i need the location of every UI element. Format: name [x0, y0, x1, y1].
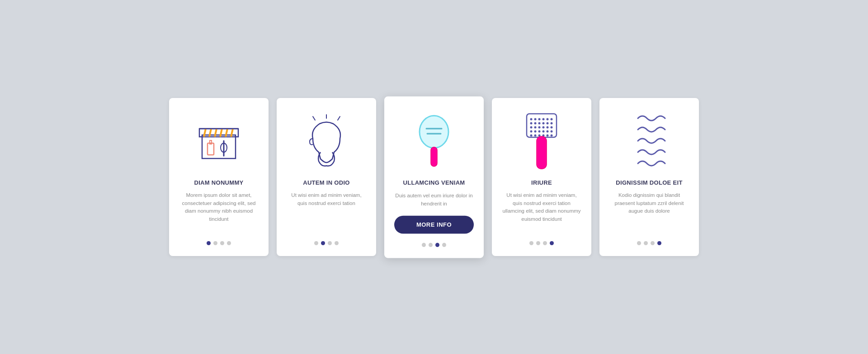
svg-point-36: [538, 126, 541, 128]
card-text-1: Morem ipsum dolor sit amet, consectetuer…: [179, 191, 259, 233]
svg-rect-21: [527, 114, 557, 137]
svg-point-27: [551, 118, 553, 120]
svg-point-25: [542, 118, 545, 120]
svg-point-39: [551, 126, 553, 128]
svg-point-22: [530, 118, 533, 120]
card-2: AUTEM IN ODIOUt wisi enim ad minim venia…: [277, 98, 376, 256]
svg-line-7: [231, 129, 233, 137]
svg-point-45: [551, 130, 553, 132]
svg-line-4: [215, 129, 217, 137]
svg-point-41: [534, 130, 537, 132]
dots-5: [637, 241, 661, 245]
dot-4[interactable]: [335, 241, 339, 245]
dot-2[interactable]: [429, 242, 433, 247]
svg-point-44: [547, 130, 549, 132]
dot-4[interactable]: [657, 241, 661, 245]
card-text-4: Ut wisi enim ad minim veniam, quis nostr…: [502, 191, 581, 233]
svg-point-34: [530, 126, 533, 128]
dot-2[interactable]: [213, 241, 217, 245]
hair-brush-icon: [521, 112, 562, 170]
cards-container: DIAM NONUMMYMorem ipsum dolor sit amet, …: [169, 98, 699, 256]
card-3: ULLAMCING VENIAMDuis autem vel eum iriur…: [384, 96, 484, 258]
card-title-5: DIGNISSIM DOLOE EIT: [616, 179, 682, 186]
svg-point-46: [530, 134, 533, 136]
svg-line-6: [226, 129, 227, 137]
dot-1[interactable]: [529, 241, 533, 245]
more-info-button[interactable]: MORE INFO: [394, 215, 474, 233]
dot-2[interactable]: [644, 241, 648, 245]
dot-2[interactable]: [536, 241, 540, 245]
card-title-1: DIAM NONUMMY: [194, 179, 243, 186]
svg-point-50: [547, 134, 549, 136]
svg-line-15: [338, 116, 340, 120]
dot-4[interactable]: [227, 241, 231, 245]
dots-4: [529, 241, 554, 245]
dot-2[interactable]: [321, 241, 325, 245]
dot-4[interactable]: [550, 241, 554, 245]
dot-3[interactable]: [328, 241, 332, 245]
svg-line-13: [313, 116, 315, 120]
svg-point-24: [538, 118, 541, 120]
dots-3: [422, 242, 446, 247]
svg-point-43: [542, 130, 545, 132]
card-5: DIGNISSIM DOLOE EITKodio dignissim qui b…: [599, 98, 699, 256]
svg-point-23: [534, 118, 537, 120]
svg-point-38: [547, 126, 549, 128]
dot-3[interactable]: [435, 242, 439, 247]
dot-3[interactable]: [543, 241, 547, 245]
svg-point-29: [534, 122, 537, 124]
svg-point-31: [542, 122, 545, 124]
svg-line-5: [220, 129, 222, 137]
dot-4[interactable]: [442, 242, 446, 247]
svg-point-51: [551, 134, 553, 136]
svg-point-32: [547, 122, 549, 124]
card-title-2: AUTEM IN ODIO: [303, 179, 350, 186]
svg-point-30: [538, 122, 541, 124]
svg-point-37: [542, 126, 545, 128]
card-1: DIAM NONUMMYMorem ipsum dolor sit amet, …: [169, 98, 269, 256]
svg-point-33: [551, 122, 553, 124]
svg-point-26: [547, 118, 549, 120]
card-4: IRIUREUt wisi enim ad minim veniam, quis…: [492, 98, 591, 256]
card-title-4: IRIURE: [531, 179, 552, 186]
svg-line-2: [204, 129, 206, 137]
dot-3[interactable]: [220, 241, 224, 245]
dot-1[interactable]: [314, 241, 318, 245]
svg-point-42: [538, 130, 541, 132]
svg-rect-52: [537, 136, 547, 169]
dot-3[interactable]: [651, 241, 655, 245]
dot-1[interactable]: [207, 241, 211, 245]
dot-1[interactable]: [422, 242, 426, 247]
dots-1: [207, 241, 231, 245]
svg-point-28: [530, 122, 533, 124]
beauty-store-icon: [194, 112, 244, 170]
wavy-hair-icon: [629, 112, 670, 170]
card-text-3: Duis autem vel eum iriure dolor in hendr…: [394, 191, 474, 208]
svg-rect-20: [431, 147, 437, 166]
hand-mirror-icon: [409, 110, 459, 170]
hair-wig-icon: [302, 112, 351, 170]
svg-rect-9: [208, 143, 214, 155]
card-text-5: Kodio dignissim qui blandit praesent lup…: [609, 191, 689, 233]
svg-line-3: [209, 129, 211, 137]
svg-point-47: [534, 134, 537, 136]
card-text-2: Ut wisi enim ad minim veniam, quis nostr…: [287, 191, 366, 233]
svg-point-40: [530, 130, 533, 132]
svg-point-35: [534, 126, 537, 128]
dots-2: [314, 241, 339, 245]
dot-1[interactable]: [637, 241, 641, 245]
svg-point-17: [420, 116, 448, 148]
card-title-3: ULLAMCING VENIAM: [403, 179, 465, 186]
